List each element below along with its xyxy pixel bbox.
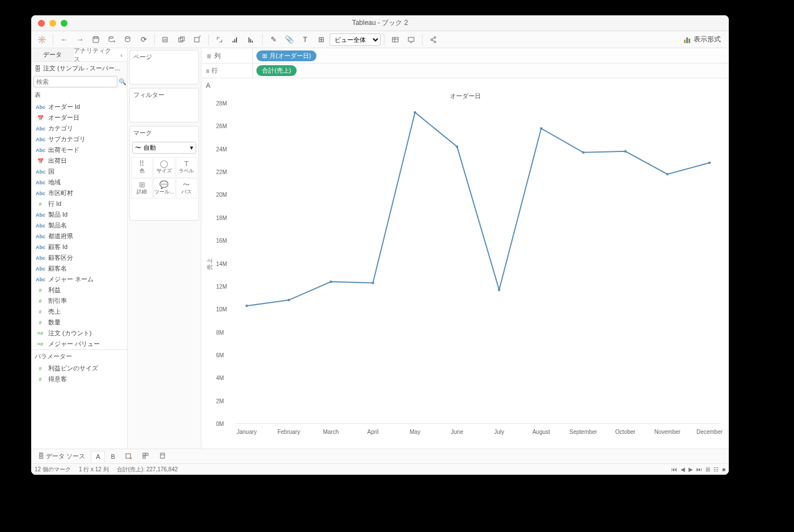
next-sheet-button[interactable]: ▶: [689, 466, 693, 472]
presentation-mode-button[interactable]: [404, 33, 419, 47]
mark-color-button[interactable]: ⠿色: [131, 157, 153, 178]
new-data-source-button[interactable]: [104, 33, 119, 47]
sort-ascending-button[interactable]: [228, 33, 243, 47]
rows-shelf-drop[interactable]: 合計(売上): [252, 64, 729, 78]
collapse-data-pane-button[interactable]: ‹: [116, 48, 127, 61]
rows-pill-sum-sales[interactable]: 合計(売上): [256, 65, 297, 76]
svg-rect-18: [195, 37, 199, 42]
field-item[interactable]: 📅出荷日: [31, 155, 127, 166]
undo-button[interactable]: ←: [57, 33, 71, 47]
last-sheet-button[interactable]: ⏭: [696, 466, 702, 472]
pause-auto-updates-button[interactable]: [120, 33, 135, 47]
parameter-item[interactable]: #得意客: [31, 374, 127, 385]
show-filmstrip-button[interactable]: ⊞: [706, 466, 710, 472]
show-cards-button[interactable]: [388, 33, 403, 47]
parameter-item[interactable]: #利益ビンのサイズ: [31, 363, 127, 374]
svg-rect-56: [143, 453, 145, 455]
show-me-button[interactable]: 表示形式: [679, 35, 725, 44]
duplicate-sheet-button[interactable]: [174, 33, 189, 47]
save-button[interactable]: [88, 33, 103, 47]
parameters-header: パラメーター: [31, 349, 127, 363]
x-tick-label: September: [569, 429, 597, 435]
field-item[interactable]: Abc出荷モード: [31, 145, 127, 155]
field-item[interactable]: Abc顧客 Id: [31, 242, 127, 252]
data-source-tab[interactable]: 🗄 データ ソース: [33, 450, 90, 462]
first-sheet-button[interactable]: ⏮: [671, 466, 677, 472]
field-item[interactable]: Abcオーダー Id: [31, 102, 127, 112]
field-item[interactable]: Abc国: [31, 166, 127, 177]
field-item[interactable]: =#メジャー バリュー: [31, 339, 127, 349]
new-worksheet-tab[interactable]: [121, 451, 137, 462]
filters-shelf[interactable]: [130, 102, 198, 122]
sort-descending-button[interactable]: [244, 33, 259, 47]
marks-shelf-drop[interactable]: [130, 200, 198, 220]
fix-axes-button[interactable]: ⊞: [314, 33, 328, 47]
field-item[interactable]: Abcメジャー ネーム: [31, 274, 127, 285]
y-axis-label: 売上: [206, 257, 214, 270]
field-item[interactable]: Abcカテゴリ: [31, 123, 127, 134]
field-item[interactable]: Abc製品 Id: [31, 209, 127, 220]
tab-data[interactable]: データ: [31, 48, 74, 61]
status-dimensions: 1 行 x 12 列: [79, 466, 109, 474]
datasource-name[interactable]: 🗄 注文 (サンプル - スーパー...: [31, 62, 127, 75]
marks-grid: ⠿色 ◯サイズ Tラベル ⊞詳細 💬ツール... 〜パス: [130, 156, 198, 200]
redo-button[interactable]: →: [73, 33, 87, 47]
field-item[interactable]: Abc製品名: [31, 220, 127, 231]
show-sheets-sorter-button[interactable]: ☷: [713, 466, 719, 472]
sheet-tab-b[interactable]: B: [106, 451, 119, 462]
tableau-logo-icon[interactable]: [35, 33, 49, 47]
field-label: サブカテゴリ: [48, 135, 86, 143]
show-labels-button[interactable]: T: [298, 33, 312, 47]
mark-label-button[interactable]: Tラベル: [176, 157, 197, 178]
columns-shelf-drop[interactable]: ⊞月(オーダー日): [252, 48, 729, 63]
pages-card-title: ページ: [130, 50, 198, 64]
num-icon: #: [36, 320, 45, 326]
y-tick-label: 14M: [216, 260, 711, 267]
abc-icon: Abc: [36, 234, 45, 239]
field-item[interactable]: Abc顧客区分: [31, 252, 127, 263]
show-tabs-button[interactable]: ■: [722, 466, 725, 472]
field-item[interactable]: #売上: [31, 306, 127, 317]
field-item[interactable]: #行 Id: [31, 199, 127, 209]
group-button[interactable]: 📎: [282, 33, 297, 47]
prev-sheet-button[interactable]: ◀: [681, 466, 685, 472]
mark-type-select[interactable]: 〜自動 ▾: [132, 142, 196, 154]
mark-path-button[interactable]: 〜パス: [176, 178, 197, 199]
field-item[interactable]: Abc地域: [31, 177, 127, 188]
swap-rows-columns-button[interactable]: [212, 33, 227, 47]
search-icon[interactable]: 🔍: [119, 77, 126, 87]
field-item[interactable]: #利益: [31, 285, 127, 295]
cards-column: ページ フィルター マーク 〜自動 ▾ ⠿色 ◯サイズ Tラベル ⊞詳細 💬ツー: [128, 48, 201, 449]
field-item[interactable]: =#注文 (カウント): [31, 328, 127, 339]
mark-detail-button[interactable]: ⊞詳細: [131, 178, 153, 199]
highlight-button[interactable]: ✎: [266, 33, 281, 47]
sheet-tab-a[interactable]: A: [91, 451, 105, 462]
new-dashboard-tab[interactable]: [138, 451, 154, 462]
pages-shelf[interactable]: [130, 64, 198, 84]
field-item[interactable]: Abc市区町村: [31, 188, 127, 199]
share-button[interactable]: [426, 33, 441, 47]
columns-icon: ⫼: [206, 52, 212, 59]
field-label: 顧客 Id: [48, 243, 67, 251]
field-item[interactable]: Abc都道府県: [31, 231, 127, 242]
visualization[interactable]: A オーダー日 売上 0M2M4M6M8M10M12M14M16M18M20M2…: [201, 78, 729, 449]
titlebar: Tableau - ブック 2: [31, 15, 729, 31]
clear-sheet-button[interactable]: [190, 33, 205, 47]
search-input[interactable]: [33, 76, 117, 87]
svg-rect-59: [161, 453, 164, 458]
field-item[interactable]: Abc顧客名: [31, 263, 127, 274]
field-label: オーダー日: [48, 113, 79, 122]
field-item[interactable]: #割引率: [31, 295, 127, 306]
field-item[interactable]: 📅オーダー日: [31, 112, 127, 123]
mark-size-button[interactable]: ◯サイズ: [153, 157, 175, 178]
new-story-tab[interactable]: [155, 451, 171, 462]
columns-pill-month[interactable]: ⊞月(オーダー日): [256, 50, 316, 61]
field-item[interactable]: #数量: [31, 317, 127, 328]
new-worksheet-button[interactable]: [158, 33, 173, 47]
numi-icon: =#: [36, 331, 45, 336]
mark-tooltip-button[interactable]: 💬ツール...: [153, 178, 175, 199]
tab-analytics[interactable]: アナリティクス: [74, 48, 116, 61]
refresh-button[interactable]: ⟳: [136, 33, 151, 47]
field-item[interactable]: Abcサブカテゴリ: [31, 134, 127, 145]
fit-select[interactable]: ビュー全体: [330, 33, 381, 46]
